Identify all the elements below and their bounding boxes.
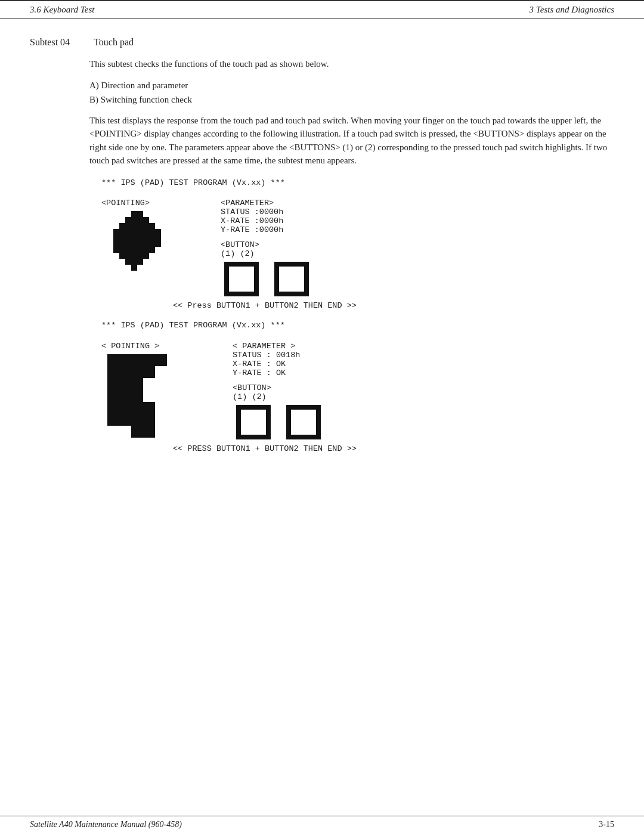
svg-rect-24 — [137, 235, 143, 241]
svg-rect-28 — [113, 241, 119, 247]
diagram1-param-label: <PARAMETER> — [221, 199, 614, 208]
diagram1-param-col: <PARAMETER> STATUS :0000h X-RATE :0000h … — [221, 199, 614, 298]
page-footer: Satellite A40 Maintenance Manual (960-45… — [0, 816, 644, 833]
svg-rect-17 — [143, 229, 149, 235]
svg-rect-54 — [107, 378, 119, 390]
diagram1-button-label: <BUTTON> — [221, 240, 614, 249]
diagram2-header: *** IPS (PAD) TEST PROGRAM (Vx.xx) *** — [101, 320, 614, 332]
diagram2-xrate: X-RATE : OK — [233, 360, 614, 368]
diagram2-button-label: <BUTTON> — [233, 383, 614, 392]
svg-rect-33 — [143, 241, 149, 247]
diagram2-press-line: << PRESS BUTTON1 + BUTTON2 THEN END >> — [173, 444, 614, 453]
svg-rect-32 — [137, 241, 143, 247]
svg-rect-8 — [131, 223, 137, 229]
diagram2-row: < POINTING > — [101, 342, 614, 441]
svg-rect-15 — [131, 229, 137, 235]
svg-rect-22 — [125, 235, 131, 241]
diagram2-status: STATUS : 0018h — [233, 351, 614, 360]
button2-icon — [274, 262, 309, 296]
svg-rect-39 — [131, 247, 137, 253]
svg-rect-67 — [119, 390, 131, 402]
svg-rect-26 — [149, 235, 155, 241]
svg-rect-35 — [155, 241, 161, 247]
diagram2: *** IPS (PAD) TEST PROGRAM (Vx.xx) *** <… — [101, 320, 614, 453]
svg-rect-53 — [107, 366, 119, 378]
svg-rect-3 — [131, 217, 137, 223]
header-right: 3 Tests and Diagnostics — [530, 5, 614, 15]
subtest-name: Touch pad — [94, 37, 134, 48]
diagram1-header: *** IPS (PAD) TEST PROGRAM (Vx.xx) *** — [101, 177, 614, 190]
svg-rect-44 — [125, 253, 131, 259]
svg-rect-69 — [119, 402, 131, 414]
svg-rect-10 — [143, 223, 149, 229]
svg-rect-76 — [143, 426, 155, 438]
svg-rect-60 — [143, 354, 155, 366]
diagram1-pointing-label: <POINTING> — [101, 199, 150, 208]
svg-rect-21 — [119, 235, 125, 241]
diagram2-param-col: < PARAMETER > STATUS : 0018h X-RATE : OK… — [233, 342, 614, 441]
diagram2-button2-icon — [286, 405, 321, 439]
svg-rect-66 — [131, 378, 143, 390]
svg-rect-16 — [137, 229, 143, 235]
diagram2-pointing-col: < POINTING > — [101, 342, 233, 440]
diagram1: *** IPS (PAD) TEST PROGRAM (Vx.xx) *** <… — [101, 177, 614, 311]
svg-rect-29 — [119, 241, 125, 247]
diagram1-row: <POINTING> — [101, 199, 614, 298]
svg-rect-38 — [125, 247, 131, 253]
svg-rect-23 — [131, 235, 137, 241]
svg-rect-63 — [131, 366, 143, 378]
diagram2-button-icons — [233, 404, 614, 441]
svg-rect-9 — [137, 223, 143, 229]
svg-rect-68 — [131, 390, 143, 402]
diagram2-arrow-art — [107, 354, 185, 440]
svg-rect-55 — [107, 390, 119, 402]
svg-rect-1 — [137, 211, 143, 217]
svg-rect-72 — [119, 414, 131, 426]
page-content: Subtest 04 Touch pad This subtest checks… — [0, 37, 644, 510]
description-text: This test displays the response from the… — [89, 114, 614, 168]
diagram1-button-nums: (1) (2) — [221, 249, 614, 258]
svg-rect-42 — [149, 247, 155, 253]
svg-rect-47 — [143, 253, 149, 259]
svg-rect-52 — [107, 354, 119, 366]
list-item-b: B) Switching function check — [89, 92, 614, 107]
page-header: 3.6 Keyboard Test 3 Tests and Diagnostic… — [0, 0, 644, 19]
subtest-number: Subtest 04 — [30, 37, 70, 48]
svg-rect-75 — [131, 426, 143, 438]
diagram1-button-icons — [221, 261, 614, 298]
svg-rect-11 — [149, 223, 155, 229]
svg-rect-2 — [125, 217, 131, 223]
diagram1-press-line: << Press BUTTON1 + BUTTON2 THEN END >> — [173, 301, 614, 310]
svg-rect-13 — [119, 229, 125, 235]
svg-rect-48 — [125, 259, 131, 265]
svg-rect-0 — [131, 211, 137, 217]
svg-rect-70 — [131, 402, 143, 414]
diagram2-button-nums: (1) (2) — [233, 392, 614, 401]
svg-rect-34 — [149, 241, 155, 247]
svg-rect-49 — [131, 259, 137, 265]
diagram2-button1-icon — [236, 405, 271, 439]
diagram1-pointing-col: <POINTING> — [101, 199, 221, 273]
svg-rect-61 — [155, 354, 167, 366]
diagram2-pointing-label: < POINTING > — [101, 342, 159, 351]
svg-rect-50 — [137, 259, 143, 265]
svg-rect-73 — [131, 414, 143, 426]
svg-rect-58 — [119, 354, 131, 366]
svg-rect-14 — [125, 229, 131, 235]
list-item-a: A) Direction and parameter — [89, 78, 614, 92]
svg-rect-5 — [143, 217, 149, 223]
diagram2-yrate: Y-RATE : OK — [233, 368, 614, 377]
footer-left: Satellite A40 Maintenance Manual (960-45… — [30, 820, 182, 829]
subtest-title: Subtest 04 Touch pad — [30, 37, 614, 48]
page: 3.6 Keyboard Test 3 Tests and Diagnostic… — [0, 0, 644, 833]
svg-rect-43 — [119, 253, 125, 259]
header-left: 3.6 Keyboard Test — [30, 5, 94, 15]
svg-rect-40 — [137, 247, 143, 253]
svg-rect-27 — [155, 235, 161, 241]
svg-rect-18 — [149, 229, 155, 235]
svg-rect-59 — [131, 354, 143, 366]
svg-rect-64 — [143, 366, 155, 378]
svg-rect-36 — [113, 247, 119, 253]
footer-right: 3-15 — [599, 820, 614, 829]
svg-rect-7 — [125, 223, 131, 229]
